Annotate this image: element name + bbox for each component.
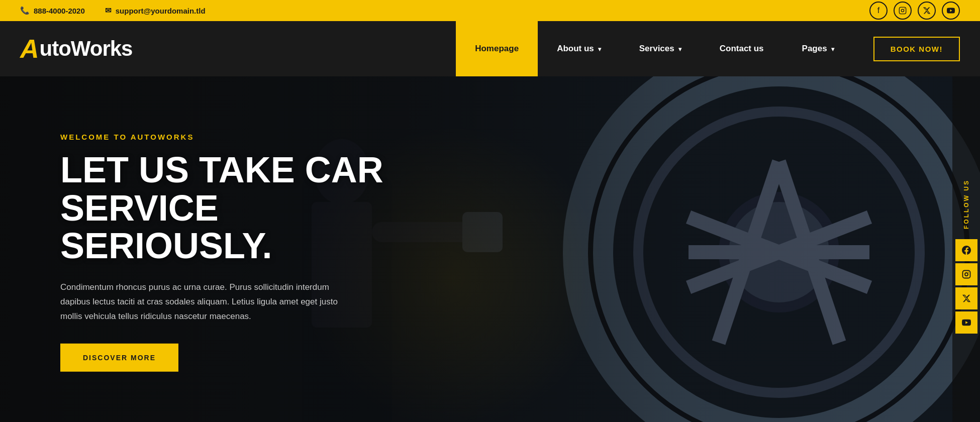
discover-more-button[interactable]: DISCOVER MORE — [60, 344, 178, 372]
phone-contact[interactable]: 📞 888-4000-2020 — [20, 6, 85, 15]
nav-item-about[interactable]: About us ▾ — [538, 21, 620, 76]
hero-description: Condimentum rhoncus purus ac urna curae.… — [60, 280, 342, 324]
nav-item-contact[interactable]: Contact us — [701, 21, 783, 76]
follow-label: FOLLOW US — [963, 169, 970, 229]
twitter-icon-top[interactable] — [918, 2, 936, 20]
email-icon: ✉ — [105, 6, 112, 15]
youtube-icon-top[interactable] — [942, 2, 960, 20]
services-chevron-icon: ▾ — [678, 46, 681, 53]
logo-a: A — [20, 34, 39, 64]
side-youtube-icon[interactable] — [955, 311, 977, 334]
follow-us-sidebar: FOLLOW US — [952, 76, 980, 422]
top-bar: 📞 888-4000-2020 ✉ support@yourdomain.tld… — [0, 0, 980, 21]
svg-point-21 — [965, 273, 968, 276]
top-bar-contacts: 📞 888-4000-2020 ✉ support@yourdomain.tld — [20, 6, 206, 15]
hero-title-line1: LET US TAKE CAR — [60, 150, 383, 190]
phone-icon: 📞 — [20, 6, 30, 15]
facebook-icon-top[interactable]: f — [869, 2, 888, 20]
nav-item-homepage[interactable]: Homepage — [456, 21, 538, 76]
hero-title: LET US TAKE CAR SERVICE SERIOUSLY. — [60, 151, 412, 265]
hero-section: WELCOME TO AUTOWORKS LET US TAKE CAR SER… — [0, 76, 980, 422]
about-chevron-icon: ▾ — [598, 46, 601, 53]
svg-point-2 — [904, 9, 905, 9]
svg-point-1 — [901, 9, 904, 12]
pages-chevron-icon: ▾ — [831, 46, 834, 53]
hero-welcome-text: WELCOME TO AUTOWORKS — [60, 133, 412, 141]
top-bar-socials: f — [869, 2, 960, 20]
navbar: A utoWorks Homepage About us ▾ Services … — [0, 21, 980, 76]
logo-rest: utoWorks — [40, 37, 133, 61]
instagram-icon-top[interactable] — [894, 2, 912, 20]
nav-item-services[interactable]: Services ▾ — [620, 21, 701, 76]
email-address: support@yourdomain.tld — [116, 7, 206, 15]
book-now-button[interactable]: BOOK NOW! — [873, 37, 960, 61]
logo[interactable]: A utoWorks — [20, 34, 132, 64]
hero-title-line2: SERVICE SERIOUSLY. — [60, 187, 272, 266]
hero-content: WELCOME TO AUTOWORKS LET US TAKE CAR SER… — [60, 133, 412, 372]
side-facebook-icon[interactable] — [955, 239, 977, 261]
email-contact[interactable]: ✉ support@yourdomain.tld — [105, 6, 206, 15]
svg-point-22 — [968, 272, 969, 273]
nav-item-pages[interactable]: Pages ▾ — [783, 21, 853, 76]
svg-rect-0 — [899, 7, 906, 14]
side-instagram-icon[interactable] — [955, 263, 977, 285]
nav-links: Homepage About us ▾ Services ▾ Contact u… — [456, 21, 853, 76]
side-twitter-icon[interactable] — [955, 287, 977, 309]
phone-number: 888-4000-2020 — [34, 7, 85, 15]
svg-rect-20 — [962, 270, 970, 278]
